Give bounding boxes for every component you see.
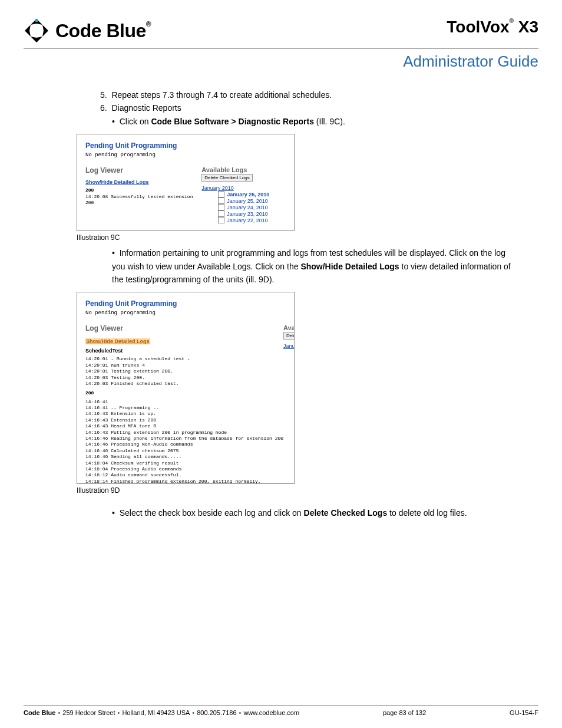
log-checkbox[interactable] [218,191,224,197]
log-checkbox[interactable] [218,204,224,210]
illustration-9d: Pending Unit Programming No pending prog… [77,292,295,484]
log-checkbox[interactable] [218,217,224,223]
body-content: • Information pertaining to unit program… [24,246,538,286]
product-title: ToolVox® X3 [447,18,538,37]
body-content: 5. Repeat steps 7.3 through 7.4 to creat… [24,88,538,128]
svg-marker-1 [31,37,42,42]
page-subtitle: Administrator Guide [24,52,538,71]
delete-checked-button[interactable]: Delete Checked Logs [283,332,295,340]
svg-rect-4 [35,19,38,22]
brand-logo: Code Blue® [24,18,151,44]
log-checkbox[interactable] [218,197,224,204]
page-footer: Code Blue•259 Hedcor Street•Holland, MI … [24,705,538,716]
show-hide-link[interactable]: Show/Hide Detailed Logs [85,338,150,344]
delete-checked-button[interactable]: Delete Checked Logs [201,174,253,182]
caption-9d: Illustration 9D [77,486,538,495]
caption-9c: Illustration 9C [77,233,538,242]
body-content: • Select the check box beside each log a… [24,506,538,519]
logo-icon [24,18,49,44]
brand-text: Code Blue® [55,20,151,42]
show-hide-link[interactable]: Show/Hide Detailed Logs [85,179,201,185]
svg-marker-3 [42,25,48,37]
svg-marker-2 [25,25,31,37]
illustration-9c: Pending Unit Programming No pending prog… [77,134,295,231]
log-checkbox[interactable] [218,210,224,217]
